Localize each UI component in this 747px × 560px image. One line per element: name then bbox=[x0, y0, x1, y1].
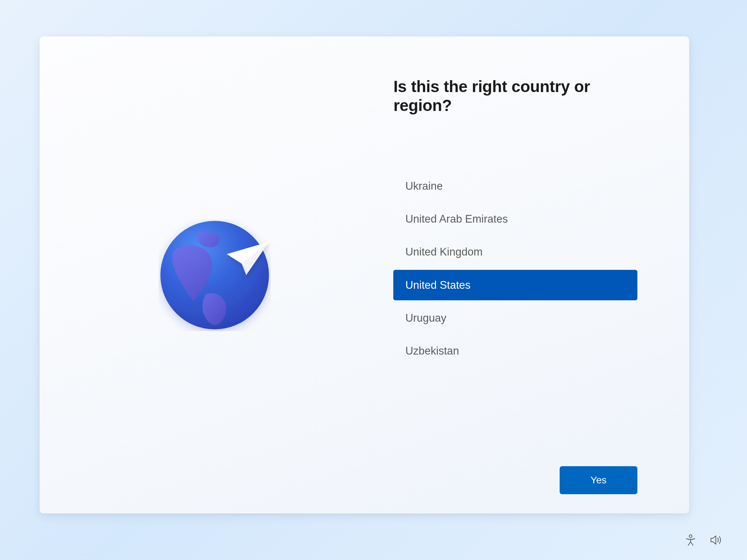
page-heading: Is this the right country or region? bbox=[393, 77, 637, 115]
country-item-uruguay[interactable]: Uruguay bbox=[393, 303, 637, 333]
bottom-toolbar bbox=[685, 534, 722, 546]
country-list[interactable]: Ukraine United Arab Emirates United King… bbox=[393, 171, 637, 366]
volume-icon bbox=[710, 534, 722, 546]
accessibility-icon bbox=[685, 534, 697, 546]
setup-dialog: Is this the right country or region? Ukr… bbox=[40, 36, 689, 513]
country-item-ukraine[interactable]: Ukraine bbox=[393, 171, 637, 201]
content-panel: Is this the right country or region? Ukr… bbox=[351, 36, 689, 513]
illustration-panel bbox=[40, 36, 351, 513]
country-item-uae[interactable]: United Arab Emirates bbox=[393, 204, 637, 234]
yes-button[interactable]: Yes bbox=[560, 466, 637, 494]
country-item-uzbekistan[interactable]: Uzbekistan bbox=[393, 336, 637, 366]
country-item-uk[interactable]: United Kingdom bbox=[393, 237, 637, 267]
globe-illustration bbox=[159, 219, 271, 331]
accessibility-button[interactable] bbox=[685, 534, 697, 546]
country-item-us[interactable]: United States bbox=[393, 270, 637, 300]
svg-point-2 bbox=[689, 535, 692, 538]
globe-with-plane-icon bbox=[159, 219, 271, 331]
volume-button[interactable] bbox=[710, 534, 722, 546]
